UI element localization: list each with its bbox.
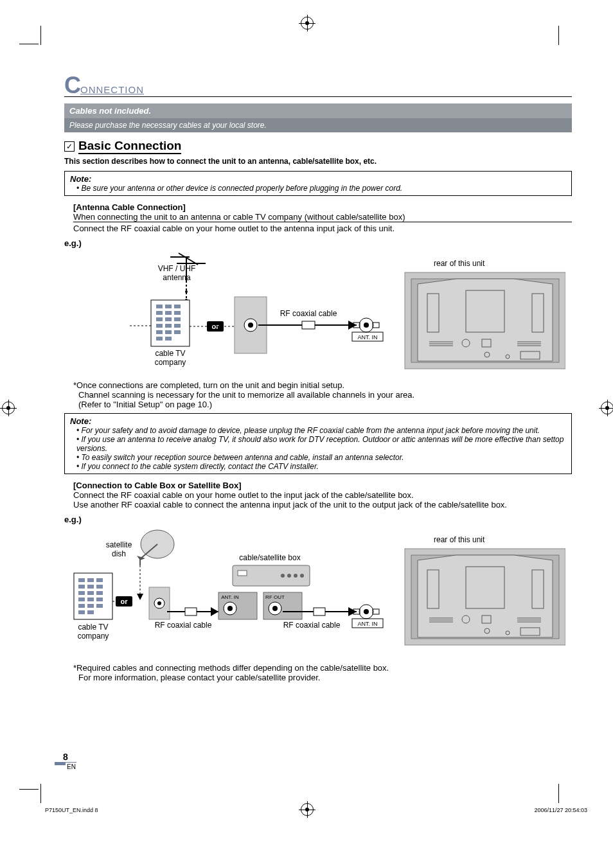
- body-text: When connecting the unit to an antenna o…: [73, 212, 572, 222]
- language-label: EN: [67, 763, 76, 770]
- svg-marker-101: [211, 607, 218, 616]
- svg-text:RF coaxial cable: RF coaxial cable: [155, 621, 212, 630]
- svg-rect-72: [78, 591, 85, 595]
- note-box-2: Note: • For your safety and to avoid dam…: [64, 413, 572, 474]
- svg-rect-80: [96, 604, 103, 608]
- registration-mark-icon: [301, 803, 314, 816]
- svg-text:rear of this unit: rear of this unit: [434, 259, 485, 268]
- svg-rect-77: [96, 598, 103, 601]
- svg-rect-69: [78, 585, 85, 589]
- svg-text:ANT. IN: ANT. IN: [357, 621, 377, 627]
- svg-text:RF OUT: RF OUT: [265, 594, 285, 600]
- crop-mark: [558, 26, 559, 45]
- svg-rect-26: [156, 337, 163, 341]
- body-text: Connect the RF coaxial cable on your hom…: [73, 490, 572, 500]
- registration-mark-icon: [601, 402, 613, 414]
- svg-rect-100: [185, 608, 197, 616]
- body-text: Use another RF coaxial cable to connect …: [73, 500, 572, 509]
- svg-rect-81: [78, 610, 85, 614]
- svg-text:dish: dish: [112, 549, 126, 558]
- svg-rect-119: [314, 608, 325, 616]
- svg-rect-15: [165, 311, 172, 315]
- svg-rect-75: [78, 598, 85, 601]
- note-line: • To easily switch your reception source…: [76, 453, 566, 462]
- svg-text:ANT. IN: ANT. IN: [221, 594, 239, 600]
- page-title: C ONNECTION: [64, 77, 572, 97]
- svg-rect-13: [174, 305, 181, 308]
- footer-file: P7150UT_EN.indd 8: [45, 807, 98, 813]
- svg-point-6: [185, 290, 188, 293]
- svg-point-40: [364, 323, 369, 328]
- svg-text:rear of this unit: rear of this unit: [434, 535, 485, 544]
- svg-rect-11: [156, 305, 163, 308]
- svg-text:company: company: [155, 358, 186, 367]
- svg-marker-92: [137, 594, 143, 600]
- svg-rect-19: [174, 317, 181, 321]
- svg-rect-24: [165, 330, 172, 334]
- svg-text:RF coaxial cable: RF coaxial cable: [283, 621, 341, 630]
- svg-rect-70: [87, 585, 94, 589]
- note-title: Note:: [70, 416, 566, 426]
- svg-rect-78: [78, 604, 85, 608]
- svg-rect-17: [156, 317, 163, 321]
- crop-mark: [40, 26, 41, 45]
- cablebox-heading: [Connection to Cable Box or Satellite Bo…: [73, 481, 572, 490]
- body-text: *Once connections are completed, turn on…: [73, 380, 572, 390]
- note-title: Note:: [70, 174, 566, 184]
- svg-rect-71: [96, 585, 103, 589]
- svg-text:cable TV: cable TV: [78, 623, 108, 632]
- vhf-label: VHF / UHF: [158, 264, 196, 273]
- svg-point-109: [300, 574, 304, 578]
- registration-mark-icon: [301, 17, 314, 30]
- svg-text:RF coaxial cable: RF coaxial cable: [280, 309, 337, 318]
- svg-point-123: [364, 609, 369, 614]
- section-title: Basic Connection: [78, 139, 181, 154]
- footer-date: 2006/11/27 20:54:03: [534, 807, 587, 813]
- svg-rect-66: [78, 578, 85, 582]
- svg-rect-14: [156, 311, 163, 315]
- svg-rect-67: [87, 578, 94, 582]
- svg-rect-12: [165, 305, 172, 308]
- banner-line1: Cables not included.: [64, 103, 572, 118]
- section-desc: This section describes how to connect th…: [64, 157, 572, 166]
- crop-mark: [19, 789, 39, 790]
- body-text: *Required cables and connecting methods …: [73, 663, 572, 673]
- registration-mark-icon: [2, 402, 15, 414]
- note-line: • If you use an antenna to receive analo…: [76, 435, 566, 453]
- svg-point-112: [227, 606, 233, 611]
- svg-marker-38: [348, 321, 357, 330]
- svg-rect-18: [165, 317, 172, 321]
- svg-rect-79: [87, 604, 94, 608]
- crop-mark: [19, 44, 39, 44]
- svg-rect-105: [238, 571, 247, 576]
- title-rest: ONNECTION: [80, 84, 144, 95]
- svg-text:company: company: [78, 632, 109, 641]
- crop-mark: [558, 784, 559, 803]
- note-line: • Be sure your antenna or other device i…: [76, 184, 566, 193]
- page-number: 8: [55, 752, 76, 763]
- banner-line2: Please purchase the necessary cables at …: [64, 118, 572, 132]
- svg-text:cable TV: cable TV: [155, 349, 185, 358]
- diagram-cablebox: cable TV company satellite dish or: [64, 528, 572, 657]
- body-text: Channel scanning is necessary for the un…: [78, 390, 572, 400]
- title-letter: C: [64, 77, 82, 93]
- svg-text:ANT. IN: ANT. IN: [357, 334, 377, 341]
- svg-text:cable/satellite box: cable/satellite box: [239, 553, 300, 562]
- svg-rect-22: [174, 324, 181, 328]
- eg-label: e.g.): [64, 238, 572, 248]
- svg-rect-76: [87, 598, 94, 601]
- diagram-antenna: VHF / UHF antenna: [64, 252, 572, 374]
- svg-rect-73: [87, 591, 94, 595]
- svg-rect-68: [96, 578, 103, 582]
- body-text: For more information, please contact you…: [78, 673, 572, 682]
- body-text: Connect the RF coaxial cable on your hom…: [73, 222, 572, 233]
- antenna-heading: [Antenna Cable Connection]: [73, 202, 572, 212]
- svg-rect-16: [174, 311, 181, 315]
- svg-point-98: [157, 601, 161, 605]
- svg-text:or: or: [121, 598, 129, 605]
- check-icon: ✓: [64, 141, 75, 152]
- svg-rect-82: [87, 610, 94, 614]
- svg-rect-74: [96, 591, 103, 595]
- svg-text:satellite: satellite: [106, 540, 132, 549]
- svg-point-116: [272, 606, 278, 611]
